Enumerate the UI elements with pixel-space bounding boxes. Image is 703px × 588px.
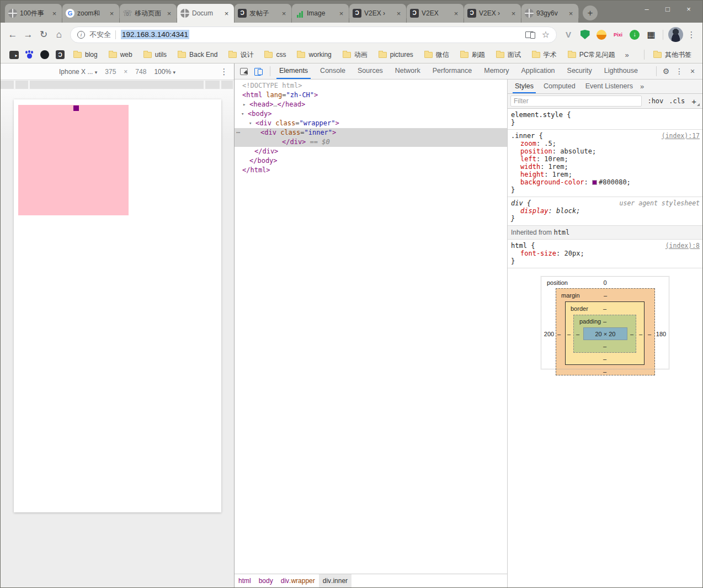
devtools-tab-network[interactable]: Network: [392, 63, 423, 79]
devtools-tab-elements[interactable]: Elements: [276, 63, 311, 79]
bookmark-folder[interactable]: 面试: [493, 49, 524, 61]
breadcrumb-item[interactable]: html: [235, 574, 255, 587]
send-to-device-icon[interactable]: [525, 31, 535, 39]
viewport-width-field[interactable]: 375: [105, 68, 116, 76]
bookmark-github-icon[interactable]: [37, 50, 52, 59]
home-icon[interactable]: ⌂: [51, 27, 67, 43]
bookmark-folder[interactable]: PC常见问题: [564, 49, 619, 61]
dom-tree-row[interactable]: ▾<body>: [235, 109, 507, 119]
pixijs-extension-icon[interactable]: Pixi: [611, 28, 625, 42]
tab-close-icon[interactable]: ×: [280, 9, 288, 18]
profile-avatar[interactable]: [668, 27, 683, 42]
other-bookmarks-folder[interactable]: 其他书签: [650, 49, 695, 61]
breadcrumb-item[interactable]: body: [255, 574, 277, 587]
shield-extension-icon[interactable]: [578, 28, 592, 42]
toggle-hover-state[interactable]: :hov: [647, 97, 663, 105]
close-button[interactable]: ×: [678, 2, 699, 16]
devtools-tab-security[interactable]: Security: [564, 63, 595, 79]
page-info-icon[interactable]: i: [77, 31, 85, 39]
sidebar-tab-event-listeners[interactable]: Event Listeners: [583, 80, 635, 93]
url-text[interactable]: 192.168.3.140:4341: [121, 30, 189, 39]
browser-tab[interactable]: 93gy6v×: [521, 4, 578, 23]
rule-selector[interactable]: element.style: [511, 111, 563, 119]
viewport-height-field[interactable]: 748: [135, 68, 146, 76]
rule-selector[interactable]: .inner: [511, 132, 535, 140]
browser-tab[interactable]: ƆV2EX ›×: [464, 4, 521, 23]
security-chip[interactable]: 不安全: [89, 30, 111, 40]
style-property[interactable]: zoom: .5;: [511, 140, 700, 147]
bookmark-v2ex-icon[interactable]: Ɔ: [52, 50, 68, 59]
tab-close-icon[interactable]: ×: [50, 9, 58, 18]
browser-tab[interactable]: Docum×: [177, 4, 234, 23]
rule-selector[interactable]: div: [511, 199, 523, 207]
tab-close-icon[interactable]: ×: [165, 9, 173, 18]
twisty-icon[interactable]: ▾: [249, 119, 252, 128]
bookmark-console-icon[interactable]: ▸: [6, 51, 22, 59]
bookmark-folder[interactable]: pictures: [375, 50, 417, 60]
sidebar-tab-styles[interactable]: Styles: [513, 80, 536, 93]
style-property[interactable]: width: 1rem;: [511, 163, 700, 171]
devtools-tab-memory[interactable]: Memory: [481, 63, 512, 79]
tab-close-icon[interactable]: ×: [337, 9, 345, 18]
tab-close-icon[interactable]: ×: [395, 9, 403, 18]
devtools-tab-console[interactable]: Console: [317, 63, 348, 79]
device-select[interactable]: Iphone X ... ▾: [59, 68, 97, 76]
toggle-classes[interactable]: .cls: [669, 97, 685, 105]
browser-menu-icon[interactable]: ⋮: [685, 30, 698, 40]
twisty-icon[interactable]: ▾: [241, 109, 244, 119]
style-property[interactable]: background-color: #800080;: [511, 178, 700, 186]
browser-tab[interactable]: Ɔ发帖子×: [235, 4, 291, 23]
zoom-select[interactable]: 100% ▾: [154, 68, 175, 76]
devtools-tab-lighthouse[interactable]: Lighthouse: [601, 63, 641, 79]
reload-icon[interactable]: ↻: [36, 27, 51, 43]
browser-tab[interactable]: 100件事×: [5, 4, 62, 23]
browser-tab[interactable]: ƆV2EX ›×: [349, 4, 406, 23]
vue-devtools-extension-icon[interactable]: V: [561, 28, 576, 42]
browser-tab[interactable]: Gzoom和×: [62, 4, 119, 23]
tab-close-icon[interactable]: ×: [222, 9, 231, 18]
inner-div[interactable]: [73, 105, 79, 111]
devtools-tab-performance[interactable]: Performance: [430, 63, 475, 79]
wrapper-div[interactable]: [18, 105, 129, 215]
dom-tree-row[interactable]: ▸<head>…</head>: [235, 100, 507, 109]
devtools-menu-icon[interactable]: ⋮: [673, 67, 686, 76]
dom-tree-row[interactable]: </div>: [235, 147, 507, 156]
settings-gear-icon[interactable]: ⚙: [659, 67, 673, 76]
dom-tree-row[interactable]: </div> == $0: [235, 137, 507, 147]
bookmark-folder[interactable]: utils: [140, 50, 170, 60]
dom-tree-row[interactable]: ⋯<div class="inner">: [235, 128, 507, 137]
style-property[interactable]: display: block;: [511, 207, 700, 215]
forward-icon[interactable]: →: [20, 27, 36, 43]
dom-tree-row[interactable]: </body>: [235, 156, 507, 166]
devtools-tab-application[interactable]: Application: [518, 63, 557, 79]
toggle-device-toolbar-icon[interactable]: [254, 68, 263, 75]
stylesheet-source-link[interactable]: (index):17: [662, 132, 700, 140]
inspect-element-icon[interactable]: [240, 68, 248, 75]
bookmark-folder[interactable]: 刷题: [457, 49, 488, 61]
dom-tree-row[interactable]: ▾<div class="wrapper">: [235, 119, 507, 128]
devtools-close-icon[interactable]: ×: [686, 67, 699, 76]
styles-filter-input[interactable]: [510, 96, 642, 107]
browser-tab[interactable]: Image×: [292, 4, 349, 23]
device-toolbar-menu-icon[interactable]: ⋮: [217, 67, 231, 77]
tab-close-icon[interactable]: ×: [509, 9, 518, 18]
box-model-diagram[interactable]: 20 × 20 position 0 margin – border – pad…: [541, 276, 669, 378]
bookmark-folder[interactable]: Back End: [174, 50, 221, 60]
sidebar-tab-computed[interactable]: Computed: [541, 80, 578, 93]
new-style-rule-button[interactable]: +: [691, 97, 696, 106]
dom-tree-row[interactable]: <!DOCTYPE html>: [235, 81, 507, 91]
dom-tree-row[interactable]: <html lang="zh-CH">: [235, 91, 507, 100]
bookmark-baidu-icon[interactable]: [22, 50, 37, 59]
bookmarks-overflow-icon[interactable]: »: [625, 51, 629, 59]
browser-tab[interactable]: ƆV2EX×: [407, 4, 464, 23]
new-tab-button[interactable]: +: [583, 6, 598, 20]
row-options-icon[interactable]: ⋯: [236, 128, 239, 137]
maximize-button[interactable]: □: [657, 2, 678, 16]
tab-close-icon[interactable]: ×: [452, 9, 460, 18]
breadcrumb-item[interactable]: div.wrapper: [277, 574, 319, 587]
minimize-button[interactable]: –: [636, 2, 657, 16]
tab-close-icon[interactable]: ×: [567, 9, 575, 18]
bookmark-folder[interactable]: web: [105, 50, 136, 60]
bookmark-star-icon[interactable]: ☆: [542, 29, 550, 40]
bookmark-folder[interactable]: 微信: [421, 49, 452, 61]
